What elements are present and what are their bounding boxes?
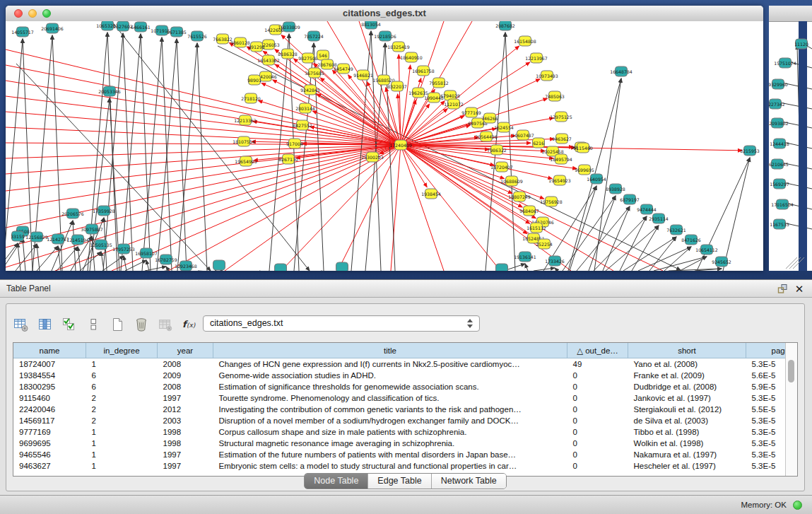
graph-node[interactable]: 12142757 (47, 234, 69, 244)
table-cell[interactable]: 9777169 (13, 426, 86, 438)
table-cell[interactable]: 22420046 (13, 404, 86, 415)
graph-node[interactable]: 9684067 (519, 206, 539, 216)
graph-node[interactable]: 8427552 (293, 120, 312, 130)
graph-node[interactable]: 11120 (794, 39, 808, 49)
tab-edge-table[interactable]: Edge Table (368, 474, 431, 489)
table-cell[interactable]: Disruption of a novel member of a sodium… (213, 415, 567, 426)
graph-node[interactable]: 8813054 (361, 21, 381, 29)
table-cell[interactable]: Genome-wide association studies in ADHD. (213, 370, 567, 381)
table-cell[interactable]: 0 (567, 370, 628, 381)
graph-node[interactable]: 9242845 (300, 85, 320, 95)
table-cell[interactable]: 0 (567, 392, 628, 404)
graph-node[interactable]: 9245652 (712, 257, 731, 267)
table-cell[interactable]: Investigating the contribution of common… (213, 404, 567, 415)
graph-node[interactable]: 6879197 (620, 194, 640, 204)
graph-node[interactable]: 20564436 (475, 132, 498, 141)
graph-node[interactable]: 1569297 (770, 179, 789, 189)
graph-node[interactable]: 20206576 (61, 209, 84, 218)
table-row[interactable]: 1830029562008Estimation of significance … (13, 381, 798, 392)
graph-node[interactable]: 7485063 (545, 91, 565, 101)
table-cell[interactable]: 2008 (158, 358, 213, 370)
column-header-short[interactable]: short (628, 343, 746, 358)
table-select-dropdown[interactable]: citations_edges.txt (203, 315, 480, 332)
graph-node[interactable]: 1640954 (587, 174, 606, 184)
import-table-icon[interactable] (158, 317, 173, 332)
table-cell[interactable]: Yano et al. (2008) (628, 358, 746, 370)
graph-node[interactable]: 6466161 (131, 22, 151, 32)
graph-node[interactable]: 10654112 (695, 245, 718, 255)
table-cell[interactable]: 1998 (158, 438, 213, 449)
table-row[interactable]: 946554611997Estimation of the future num… (13, 449, 798, 460)
table-cell[interactable]: 0 (567, 426, 628, 438)
table-cell[interactable]: 14569117 (13, 415, 86, 426)
table-cell[interactable]: Estimation of the future numbers of pati… (213, 449, 567, 460)
graph-node[interactable]: 12213363 (234, 115, 257, 125)
graph-node[interactable]: 19756928 (540, 197, 563, 206)
table-cell[interactable]: 0 (567, 381, 628, 392)
table-cell[interactable]: Corpus callosum shape and size in male p… (213, 426, 567, 438)
table-cell[interactable]: 0 (567, 449, 628, 460)
table-cell[interactable]: Wolkin et al. (1998) (628, 438, 746, 449)
table-cell[interactable]: Hescheler et al. (1997) (628, 460, 746, 472)
graph-node[interactable]: 16648784 (610, 66, 632, 76)
graph-node[interactable]: 10607487 (512, 130, 534, 140)
table-cell[interactable]: 49 (567, 358, 628, 370)
table-cell[interactable]: 18300295 (13, 381, 86, 392)
graph-node[interactable]: 9777169 (461, 107, 481, 117)
graph-node[interactable]: 98901 (247, 75, 261, 85)
graph-node[interactable]: 14055717 (11, 27, 34, 37)
table-cell[interactable]: Franke et al. (2009) (628, 370, 746, 381)
graph-node[interactable]: 891295 (248, 42, 265, 52)
graph-node[interactable]: 30975887 (81, 224, 103, 234)
graph-node[interactable]: 9227342 (769, 99, 785, 109)
table-cell[interactable]: 0 (567, 415, 628, 426)
table-row[interactable]: 1938455462009Genome-wide association stu… (13, 370, 798, 381)
graph-node[interactable]: 20691406 (41, 23, 64, 33)
graph-node[interactable] (496, 264, 508, 271)
graph-node[interactable]: 9146821 (353, 70, 373, 80)
graph-node[interactable]: 9860128 (230, 37, 250, 47)
graph-node[interactable]: 9329960 (769, 79, 788, 89)
table-mode-icon[interactable] (13, 317, 29, 332)
graph-node[interactable]: 3675685 (305, 68, 324, 78)
graph-node[interactable]: 1938454 (421, 189, 441, 199)
table-cell[interactable]: 1997 (158, 460, 213, 472)
graph-node[interactable]: 7632621 (666, 225, 686, 235)
close-panel-icon[interactable]: ✕ (794, 281, 805, 298)
table-cell[interactable]: 2 (86, 415, 158, 426)
row-height-icon[interactable] (86, 317, 101, 332)
graph-node[interactable]: 8938928 (606, 184, 625, 194)
column-header-title[interactable]: title (213, 343, 567, 358)
table-cell[interactable]: 19384554 (13, 370, 86, 381)
table-row[interactable]: 946362711997Embryonic stem cells: a mode… (13, 460, 798, 472)
memory-ok-indicator-icon[interactable] (793, 501, 802, 510)
table-cell[interactable]: 1 (86, 449, 158, 460)
table-cell[interactable]: de Silva et al. (2003) (628, 415, 746, 426)
table-vertical-scrollbar[interactable] (785, 343, 797, 476)
graph-node[interactable]: 1244418 (770, 139, 789, 148)
graph-node[interactable]: 9699695 (575, 165, 594, 175)
graph-node[interactable]: 1733426 (545, 256, 565, 266)
graph-node[interactable]: 9463627 (552, 134, 572, 144)
column-header-out_de[interactable]: △ out_de… (567, 343, 628, 358)
column-header-year[interactable]: year (158, 343, 213, 358)
graph-node[interactable]: 12145194 (66, 235, 89, 245)
graph-node[interactable]: 8215953 (740, 146, 760, 156)
table-cell[interactable]: 9465546 (13, 449, 86, 460)
graph-node[interactable]: 8186328 (278, 49, 298, 59)
graph-node[interactable]: 19654923 (548, 175, 571, 185)
graph-node[interactable]: 2718120 (241, 93, 261, 103)
column-header-name[interactable]: name (13, 343, 86, 358)
graph-node[interactable]: 12093882 (769, 118, 789, 128)
tab-node-table[interactable]: Node Table (305, 474, 368, 489)
graph-node[interactable]: 18640910 (400, 52, 423, 62)
select-all-icon[interactable] (61, 317, 77, 332)
network-canvas[interactable]: 1422606313226053891295818632898275085461… (6, 21, 763, 271)
graph-node[interactable] (213, 260, 225, 270)
graph-node[interactable]: 2803144 (295, 103, 315, 113)
table-row[interactable]: 2242004622012Investigating the contribut… (13, 404, 798, 415)
table-cell[interactable]: 0 (567, 438, 628, 449)
table-cell[interactable]: Dudbridge et al. (2008) (628, 381, 746, 392)
graph-node[interactable]: 2087682 (495, 21, 515, 30)
table-cell[interactable]: Embryonic stem cells: a model to study s… (213, 460, 567, 472)
